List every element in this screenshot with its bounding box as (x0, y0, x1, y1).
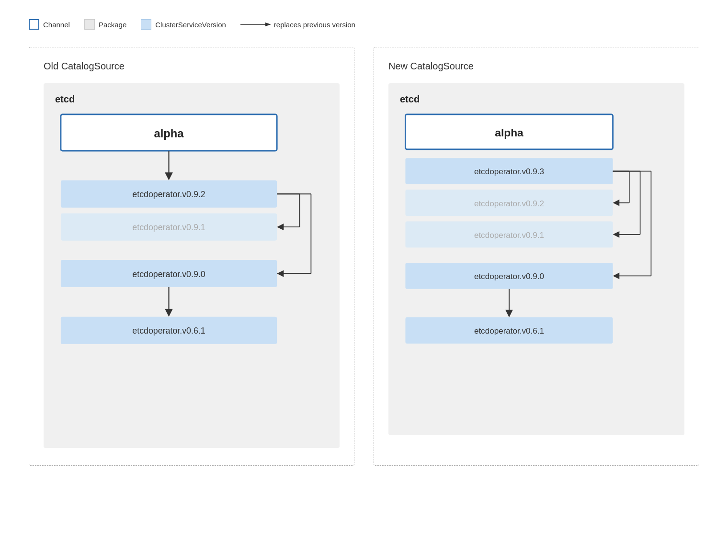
svg-marker-13 (165, 309, 173, 317)
package-icon (84, 19, 95, 30)
svg-marker-23 (277, 270, 284, 277)
svg-text:alpha: alpha (495, 126, 523, 139)
channel-icon (29, 19, 39, 30)
csv-icon (141, 19, 151, 30)
new-catalog-diagram: alpha etcdoperator.v0.9.3 etcdoperator.v… (400, 114, 673, 420)
old-package-name: etcd (55, 94, 328, 105)
diagrams-row: Old CatalogSource etcd alpha etcdoperato… (29, 47, 699, 466)
old-catalog-title: Old CatalogSource (44, 61, 340, 72)
svg-marker-19 (277, 224, 284, 230)
channel-label: Channel (43, 21, 70, 29)
legend-replaces: replaces previous version (240, 21, 355, 29)
old-package-box: etcd alpha etcdoperator.v0.9.2 etcdopera… (44, 83, 340, 448)
svg-marker-1 (265, 22, 271, 26)
legend-package: Package (84, 19, 126, 30)
new-package-box: etcd alpha etcdoperator.v0.9.3 etcdopera… (388, 83, 684, 435)
new-catalog-title: New CatalogSource (388, 61, 684, 72)
svg-marker-45 (613, 231, 620, 238)
svg-text:etcdoperator.v0.9.0: etcdoperator.v0.9.0 (132, 269, 205, 279)
svg-text:etcdoperator.v0.9.2: etcdoperator.v0.9.2 (474, 199, 544, 208)
svg-text:alpha: alpha (154, 127, 184, 140)
svg-marker-41 (613, 200, 620, 206)
svg-text:etcdoperator.v0.9.2: etcdoperator.v0.9.2 (132, 190, 205, 199)
old-catalog-diagram: alpha etcdoperator.v0.9.2 etcdoperator.v… (55, 114, 328, 433)
old-catalog-source: Old CatalogSource etcd alpha etcdoperato… (29, 47, 354, 466)
legend-channel: Channel (29, 19, 70, 30)
replaces-label: replaces previous version (274, 21, 355, 29)
arrow-icon (240, 21, 271, 28)
new-package-name: etcd (400, 94, 673, 105)
svg-text:etcdoperator.v0.6.1: etcdoperator.v0.6.1 (132, 326, 205, 336)
legend-csv: ClusterServiceVersion (141, 19, 226, 30)
svg-text:etcdoperator.v0.9.3: etcdoperator.v0.9.3 (474, 167, 544, 176)
svg-text:etcdoperator.v0.6.1: etcdoperator.v0.6.1 (474, 326, 544, 336)
legend: Channel Package ClusterServiceVersion re… (29, 19, 699, 30)
svg-marker-5 (165, 172, 173, 180)
csv-label: ClusterServiceVersion (155, 21, 226, 29)
svg-text:etcdoperator.v0.9.1: etcdoperator.v0.9.1 (132, 223, 205, 232)
package-label: Package (99, 21, 126, 29)
svg-marker-49 (613, 273, 620, 280)
new-catalog-source: New CatalogSource etcd alpha etcdoperato… (374, 47, 699, 466)
svg-marker-35 (505, 310, 513, 317)
svg-text:etcdoperator.v0.9.0: etcdoperator.v0.9.0 (474, 272, 544, 281)
svg-text:etcdoperator.v0.9.1: etcdoperator.v0.9.1 (474, 231, 544, 240)
